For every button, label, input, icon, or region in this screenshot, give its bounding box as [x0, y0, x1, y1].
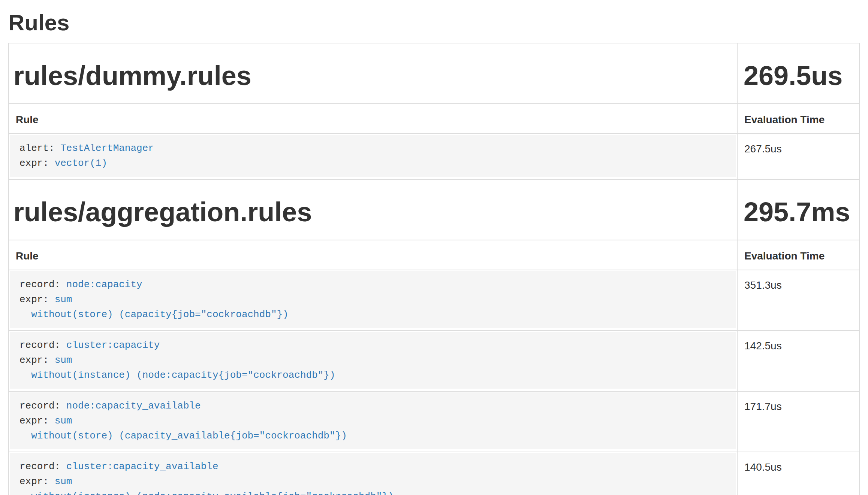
rule-definition-cell: record: cluster:capacity expr: sum witho… — [9, 331, 737, 391]
record-name-link[interactable]: cluster:capacity — [66, 340, 160, 351]
record-keyword: record: — [19, 461, 60, 472]
page-title: Rules — [8, 10, 860, 35]
rule-group-header-row: rules/dummy.rules 269.5us — [9, 43, 859, 104]
expr-link[interactable]: vector(1) — [55, 158, 107, 169]
rule-eval-time: 267.5us — [737, 134, 859, 179]
rule-group-header-row: rules/aggregation.rules 295.7ms — [9, 179, 859, 240]
record-keyword: record: — [19, 279, 60, 290]
rule-group-eval-time-cell: 269.5us — [737, 43, 859, 104]
alert-name-link[interactable]: TestAlertManager — [60, 143, 154, 154]
rule-code: alert: TestAlertManager expr: vector(1) — [10, 135, 736, 177]
expr-link[interactable]: sum without(instance) (node:capacity_ava… — [19, 476, 394, 495]
rule-group-file: rules/dummy.rules — [13, 61, 731, 91]
record-keyword: record: — [19, 340, 60, 351]
rule-definition-cell: alert: TestAlertManager expr: vector(1) — [9, 134, 737, 179]
rule-group-file: rules/aggregation.rules — [13, 198, 731, 227]
record-name-link[interactable]: node:capacity_available — [66, 400, 201, 412]
rule-group-eval-time-cell: 295.7ms — [737, 179, 859, 240]
rule-row: record: cluster:capacity expr: sum witho… — [9, 331, 859, 391]
rule-code: record: node:capacity expr: sum without(… — [10, 271, 736, 328]
rule-eval-time: 142.5us — [737, 331, 859, 391]
rule-eval-time: 140.5us — [737, 452, 859, 495]
column-header-eval-time: Evaluation Time — [737, 104, 859, 134]
rule-code: record: cluster:capacity_available expr:… — [10, 453, 736, 495]
expr-link[interactable]: sum without(store) (capacity{job="cockro… — [19, 294, 289, 320]
column-header-eval-time: Evaluation Time — [737, 240, 859, 270]
expr-keyword: expr: — [19, 355, 49, 366]
rule-row: record: node:capacity expr: sum without(… — [9, 270, 859, 331]
column-header-rule: Rule — [9, 104, 737, 134]
rule-row: record: node:capacity_available expr: su… — [9, 391, 859, 452]
rule-definition-cell: record: node:capacity_available expr: su… — [9, 391, 737, 452]
record-name-link[interactable]: cluster:capacity_available — [66, 461, 218, 472]
rule-group-eval-time: 269.5us — [744, 61, 853, 91]
expr-keyword: expr: — [19, 294, 49, 305]
expr-keyword: expr: — [19, 415, 49, 426]
column-header-row: Rule Evaluation Time — [9, 240, 859, 270]
rule-group-file-cell: rules/dummy.rules — [9, 43, 737, 104]
expr-link[interactable]: sum without(store) (capacity_available{j… — [19, 415, 347, 441]
expr-link[interactable]: sum without(instance) (node:capacity{job… — [19, 355, 335, 381]
expr-keyword: expr: — [19, 476, 49, 487]
rule-row: alert: TestAlertManager expr: vector(1) … — [9, 134, 859, 179]
rule-code: record: cluster:capacity expr: sum witho… — [10, 332, 736, 389]
record-name-link[interactable]: node:capacity — [66, 279, 142, 290]
record-keyword: record: — [19, 400, 60, 412]
column-header-rule: Rule — [9, 240, 737, 270]
rule-eval-time: 171.7us — [737, 391, 859, 452]
rule-group-file-cell: rules/aggregation.rules — [9, 179, 737, 240]
rule-definition-cell: record: node:capacity expr: sum without(… — [9, 270, 737, 331]
rule-code: record: node:capacity_available expr: su… — [10, 392, 736, 449]
rule-group-eval-time: 295.7ms — [744, 198, 853, 227]
rule-definition-cell: record: cluster:capacity_available expr:… — [9, 452, 737, 495]
column-header-row: Rule Evaluation Time — [9, 104, 859, 134]
rules-table: rules/dummy.rules 269.5us Rule Evaluatio… — [8, 43, 860, 495]
expr-keyword: expr: — [19, 158, 49, 169]
rule-eval-time: 351.3us — [737, 270, 859, 331]
alert-keyword: alert: — [19, 143, 55, 154]
rule-row: record: cluster:capacity_available expr:… — [9, 452, 859, 495]
